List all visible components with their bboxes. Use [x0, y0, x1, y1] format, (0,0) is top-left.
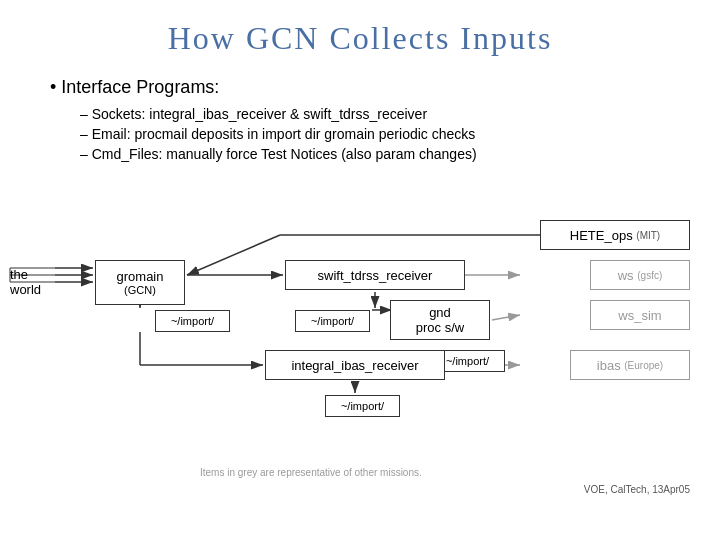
slide-title: How GCN Collects Inputs	[30, 20, 690, 57]
gromain-box: gromain (GCN)	[95, 260, 185, 305]
bullet-sockets: Sockets: integral_ibas_receiver & swift_…	[80, 106, 690, 122]
import2-box: ~/import/	[295, 310, 370, 332]
integral-box: integral_ibas_receiver	[265, 350, 445, 380]
diagram-area: HETE_ops (MIT) gromain (GCN) the world s…	[0, 220, 720, 500]
ws-sim-box: ws_sim	[590, 300, 690, 330]
items-note: Items in grey are representative of othe…	[200, 467, 422, 478]
bullet-email: Email: procmail deposits in import dir g…	[80, 126, 690, 142]
bullet-cmdfiles: Cmd_Files: manually force Test Notices (…	[80, 146, 690, 162]
svg-line-22	[187, 235, 280, 275]
swift-box: swift_tdrss_receiver	[285, 260, 465, 290]
import1-box: ~/import/	[155, 310, 230, 332]
hete-box: HETE_ops (MIT)	[540, 220, 690, 250]
import4-box: ~/import/	[325, 395, 400, 417]
slide: How GCN Collects Inputs • Interface Prog…	[0, 0, 720, 540]
world-label: the world	[10, 267, 41, 297]
footnote: VOE, CalTech, 13Apr05	[584, 484, 690, 495]
ws-box: ws (gsfc)	[590, 260, 690, 290]
bullet-section: • Interface Programs: Sockets: integral_…	[50, 77, 690, 162]
svg-line-16	[492, 315, 520, 320]
ibas-box: ibas (Europe)	[570, 350, 690, 380]
gnd-box: gnd proc s/w	[390, 300, 490, 340]
bullet-main: • Interface Programs:	[50, 77, 690, 98]
